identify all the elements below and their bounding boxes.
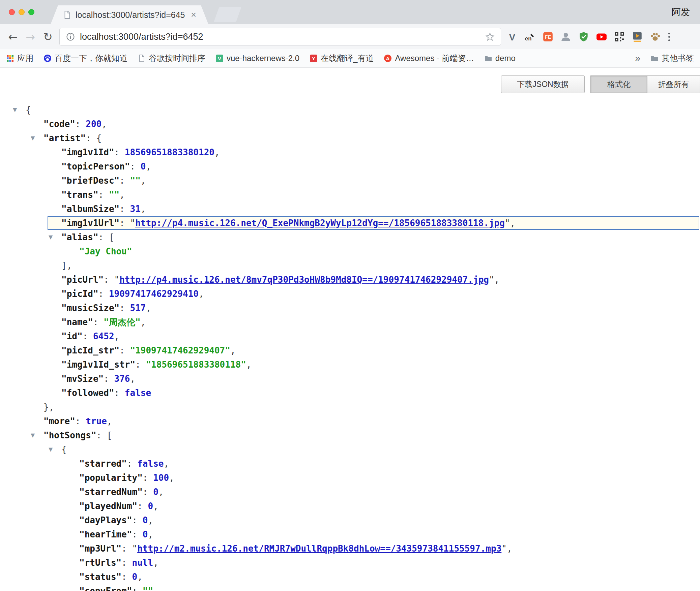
back-button[interactable]: ← [4,28,22,45]
bookmark-label: vue-hackernews-2.0 [227,54,299,63]
view-mode-toggle: 格式化 折叠所有 [590,75,700,93]
browser-window: localhost:3000/artists?id=645 × 阿发 ← → ↻… [0,0,700,591]
bookmark-item-awesomes[interactable]: A Awesomes - 前端资… [384,53,474,64]
json-line: "albumSize": 31, [0,202,700,216]
tab-bar: localhost:3000/artists?id=645 × 阿发 [0,0,700,24]
new-tab-button[interactable] [214,7,241,22]
json-line: "briefDesc": "", [0,174,700,188]
tab-close-icon[interactable]: × [191,10,196,20]
json-line: "name": "周杰伦", [0,315,700,329]
forward-button[interactable]: → [22,28,39,45]
folder-icon [484,54,492,62]
bookmark-item-vue-hackernews[interactable]: V vue-hackernews-2.0 [215,54,299,63]
json-url-link[interactable]: http://p4.music.126.net/8mv7qP30Pd3oHW8b… [119,275,489,285]
json-url-link[interactable]: http://m2.music.126.net/RMJR7wDullRqppBk… [137,543,501,554]
json-line: "dayPlays": 0, [0,513,700,527]
json-line: "starredNum": 0, [0,485,700,499]
json-line: "mvSize": 376, [0,372,700,386]
json-line: "copyFrom": "", [0,584,700,591]
json-line: "img1v1Id": 18569651883380120, [0,145,700,159]
json-line: "id": 6452, [0,329,700,343]
json-view: ▼{"code": 200,▼"artist": {"img1v1Id": 18… [0,103,700,591]
collapse-toggle-icon[interactable]: ▼ [49,442,53,457]
shield-blocker-icon[interactable] [578,31,589,42]
bookmarks-overflow-chevron-icon[interactable]: » [635,53,640,64]
bookmark-label: 百度一下，你就知道 [55,53,127,64]
paw-icon[interactable] [649,31,661,42]
page-content: 下载JSON数据 格式化 折叠所有 ▼{"code": 200,▼"artist… [0,68,700,591]
page-icon [138,54,146,62]
json-line: "starred": false, [0,457,700,471]
json-line: "hearTime": 0, [0,527,700,541]
json-line: "img1v1Id_str": "18569651883380118", [0,357,700,372]
json-line: "rtUrls": null, [0,556,700,570]
json-line: "picId": 19097417462929410, [0,287,700,301]
collapse-toggle-icon[interactable]: ▼ [49,230,53,244]
json-line-selected: "img1v1Url": "http://p4.music.126.net/Q_… [0,216,700,230]
tab-title: localhost:3000/artists?id=645 [76,10,187,20]
zoom-window-button[interactable] [28,9,34,15]
bookmark-label: demo [495,54,516,63]
minimize-window-button[interactable] [19,9,25,15]
json-line: "playedNum": 0, [0,499,700,513]
youtube-icon[interactable] [596,31,607,42]
json-url-link[interactable]: http://p4.music.126.net/Q_ExePNkmgB2yWyL… [135,218,505,228]
json-line: "picId_str": "19097417462929407", [0,343,700,357]
bookmark-item-baidu[interactable]: 百度一下，你就知道 [43,53,127,64]
vimium-icon[interactable]: V [506,31,518,42]
json-line: "Jay Chou" [0,244,700,258]
json-line: ], [0,258,700,273]
svg-text:FE: FE [545,34,551,40]
collapse-all-button[interactable]: 折叠所有 [647,75,700,93]
vue-icon: V [215,54,224,62]
close-window-button[interactable] [9,9,15,15]
json-line: "musicSize": 517, [0,301,700,315]
player-icon[interactable] [632,31,643,42]
json-line: "mp3Url": "http://m2.music.126.net/RMJR7… [0,541,700,556]
profile-person-icon[interactable] [560,31,572,42]
reload-button[interactable]: ↻ [39,28,57,45]
json-line: "picUrl": "http://p4.music.126.net/8mv7q… [0,273,700,287]
bookmark-item-youdao-translate[interactable]: Y 在线翻译_有道 [310,53,374,64]
collapse-toggle-icon[interactable]: ▼ [31,428,35,442]
navigation-bar: ← → ↻ localhost:3000/artists?id=6452 V e… [0,24,700,49]
qrcode-icon[interactable] [614,31,625,42]
collapse-toggle-icon[interactable]: ▼ [13,103,17,117]
svg-text:A: A [386,56,390,61]
json-line: ▼{ [0,103,700,117]
bookmark-item-apps[interactable]: 应用 [6,53,33,64]
other-bookmarks-label: 其他书签 [662,53,694,64]
page-favicon-icon [63,10,71,19]
bookmark-label: Awesomes - 前端资… [395,53,474,64]
bookmark-label: 在线翻译_有道 [321,53,374,64]
json-line: }, [0,400,700,414]
browser-menu-icon[interactable] [666,31,672,43]
collapse-toggle-icon[interactable]: ▼ [31,131,35,145]
svg-text:Y: Y [312,56,315,61]
json-line: ▼{ [0,442,700,457]
json-line: "popularity": 100, [0,471,700,485]
bookmark-star-icon[interactable] [485,32,495,41]
json-line: "topicPerson": 0, [0,159,700,174]
translate-pen-icon[interactable]: en [524,31,536,42]
json-line: "status": 0, [0,570,700,584]
svg-text:V: V [218,56,221,61]
json-line: ▼"artist": { [0,131,700,145]
browser-tab[interactable]: localhost:3000/artists?id=645 × [51,5,208,24]
folder-icon [650,54,659,62]
site-info-icon[interactable] [66,32,75,41]
youdao-icon: Y [310,54,318,62]
address-bar[interactable]: localhost:3000/artists?id=6452 [59,28,501,45]
json-line: "trans": "", [0,188,700,202]
format-button[interactable]: 格式化 [590,75,647,93]
browser-profile-name[interactable]: 阿发 [672,6,690,18]
bookmark-label: 应用 [17,53,33,64]
bookmark-item-demo[interactable]: demo [484,54,516,63]
other-bookmarks-folder[interactable]: 其他书签 [650,53,694,64]
download-json-button[interactable]: 下载JSON数据 [501,75,585,93]
bookmark-label: 谷歌按时间排序 [149,53,205,64]
fe-icon[interactable]: FE [542,31,554,42]
url-text[interactable]: localhost:3000/artists?id=6452 [80,32,480,42]
bookmark-item-google-sort[interactable]: 谷歌按时间排序 [138,53,205,64]
svg-text:V: V [509,32,516,42]
